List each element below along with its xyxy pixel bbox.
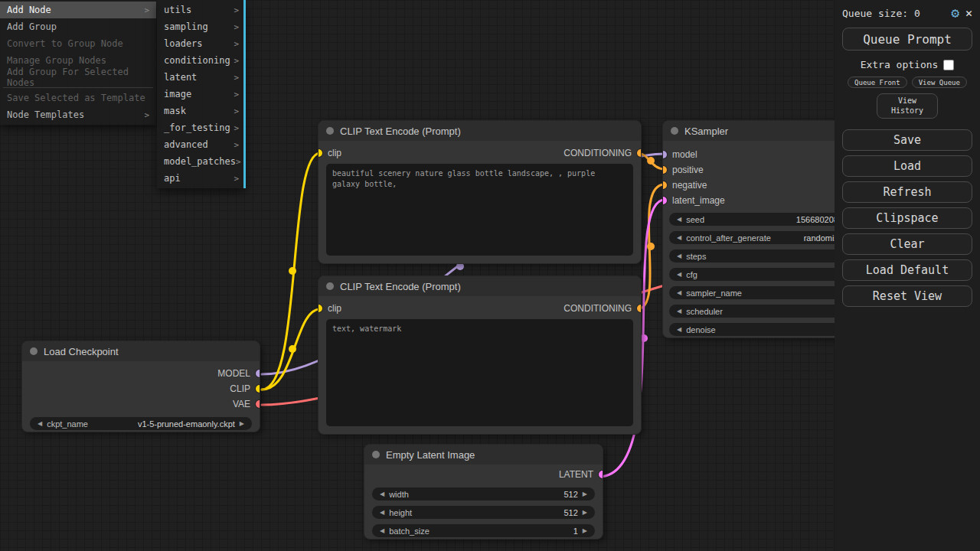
input-slot-positive[interactable]: positive [671,165,704,175]
refresh-button[interactable]: Refresh [842,181,972,203]
widget-sampler-name[interactable]: ◀ sampler_name [669,286,851,299]
node-canvas[interactable]: CLIP Text Encode (Prompt) clip CONDITION… [0,0,980,551]
node-empty-latent-image[interactable]: Empty Latent Image LATENT ◀ width 512 ▶ … [364,444,603,540]
output-slot-conditioning[interactable]: CONDITIONING [564,303,633,314]
decrement-arrow-icon[interactable]: ◀ [677,216,681,223]
clipspace-button[interactable]: Clipspace [842,207,972,229]
latent-slot-dot[interactable] [662,197,667,204]
clip-slot-dot[interactable] [256,385,260,393]
submenu-item-sampling[interactable]: sampling > [157,18,246,35]
menu-item-add-node[interactable]: Add Node > [0,2,156,18]
settings-gear-icon[interactable]: ⚙ [951,6,959,20]
submenu-item-for-testing[interactable]: _for_testing > [157,119,246,136]
widget-height[interactable]: ◀ height 512 ▶ [372,506,595,519]
widget-seed[interactable]: ◀ seed 1566802087 [669,213,851,226]
submenu-item-utils[interactable]: utils > [157,2,246,18]
model-slot-dot[interactable] [662,151,667,158]
conditioning-slot-dot[interactable] [637,149,642,157]
collapse-dot-icon[interactable] [30,347,38,355]
submenu-item-advanced[interactable]: advanced > [157,136,246,153]
prompt-textarea[interactable]: beautiful scenery nature glass bottle la… [326,164,633,256]
decrement-arrow-icon[interactable]: ◀ [677,253,681,259]
increment-arrow-icon[interactable]: ▶ [583,491,587,497]
queue-front-button[interactable]: Queue Front [848,77,907,88]
input-slot-latent-image[interactable]: latent_image [671,195,725,206]
output-slot-vae[interactable]: VAE [233,399,252,409]
collapse-dot-icon[interactable] [326,127,334,135]
menu-item-convert-to-group-node[interactable]: Convert to Group Node [0,35,156,52]
decrement-arrow-icon[interactable]: ◀ [380,527,384,534]
widget-control-after-generate[interactable]: ◀ control_after_generate randomize [669,231,851,244]
submenu-item-mask[interactable]: mask > [157,103,246,119]
node-title-bar[interactable]: CLIP Text Encode (Prompt) [318,276,641,296]
node-clip-text-encode-positive[interactable]: CLIP Text Encode (Prompt) clip CONDITION… [318,120,642,264]
submenu-item-model-patches[interactable]: model_patches > [157,153,246,170]
conditioning-slot-dot[interactable] [662,181,667,189]
node-title-bar[interactable]: CLIP Text Encode (Prompt) [318,121,641,141]
submenu-item-loaders[interactable]: loaders > [157,35,246,52]
widget-ckpt-name[interactable]: ◀ ckpt_name v1-5-pruned-emaonly.ckpt ▶ [30,417,252,430]
collapse-dot-icon[interactable] [326,282,334,290]
menu-item-node-templates[interactable]: Node Templates > [0,106,156,123]
vae-slot-dot[interactable] [256,400,260,408]
close-icon[interactable]: ✕ [965,8,972,19]
conditioning-slot-dot[interactable] [637,305,642,312]
node-title-bar[interactable]: Empty Latent Image [364,445,603,465]
submenu-item-api[interactable]: api > [157,170,246,187]
latent-slot-dot[interactable] [599,471,603,478]
submenu-item-conditioning[interactable]: conditioning > [157,52,246,69]
decrement-arrow-icon[interactable]: ◀ [38,420,42,427]
decrement-arrow-icon[interactable]: ◀ [677,326,681,333]
widget-batch-size[interactable]: ◀ batch_size 1 ▶ [372,524,595,537]
decrement-arrow-icon[interactable]: ◀ [677,308,681,315]
extra-options-checkbox[interactable] [943,60,954,70]
load-default-button[interactable]: Load Default [842,259,972,281]
widget-scheduler[interactable]: ◀ scheduler [669,305,851,318]
decrement-arrow-icon[interactable]: ◀ [677,234,681,241]
collapse-dot-icon[interactable] [372,451,380,458]
menu-item-save-selected-as-template[interactable]: Save Selected as Template [0,90,156,106]
node-title-bar[interactable]: KSampler [663,121,857,141]
input-slot-negative[interactable]: negative [671,180,707,191]
output-slot-latent[interactable]: LATENT [559,469,595,480]
load-button[interactable]: Load [842,155,972,177]
clip-slot-dot[interactable] [318,149,322,157]
increment-arrow-icon[interactable]: ▶ [240,420,244,427]
increment-arrow-icon[interactable]: ▶ [583,527,587,534]
decrement-arrow-icon[interactable]: ◀ [677,271,681,278]
menu-item-add-group[interactable]: Add Group [0,18,156,35]
submenu-item-latent[interactable]: latent > [157,69,246,86]
view-queue-button[interactable]: View Queue [912,77,967,88]
clear-button[interactable]: Clear [842,233,972,255]
collapse-dot-icon[interactable] [671,127,678,135]
output-slot-clip[interactable]: CLIP [230,383,252,394]
save-button[interactable]: Save [842,129,972,151]
node-ksampler[interactable]: KSampler model positive negative [662,120,858,338]
conditioning-slot-dot[interactable] [662,166,667,174]
input-slot-clip[interactable]: clip [326,148,341,158]
output-slot-model[interactable]: MODEL [217,368,252,379]
decrement-arrow-icon[interactable]: ◀ [380,491,384,497]
view-history-button[interactable]: View History [877,93,938,119]
submenu-item-image[interactable]: image > [157,86,246,103]
queue-prompt-button[interactable]: Queue Prompt [842,28,972,51]
node-clip-text-encode-negative[interactable]: CLIP Text Encode (Prompt) clip CONDITION… [318,276,642,435]
decrement-arrow-icon[interactable]: ◀ [380,509,384,516]
output-slot-conditioning[interactable]: CONDITIONING [564,148,633,158]
node-load-checkpoint[interactable]: Load Checkpoint MODEL CLIP VAE [21,341,260,432]
prompt-textarea[interactable]: text, watermark [326,319,633,426]
input-slot-model[interactable]: model [671,149,697,160]
increment-arrow-icon[interactable]: ▶ [583,509,587,516]
widget-cfg[interactable]: ◀ cfg [669,268,851,281]
model-slot-dot[interactable] [256,370,260,377]
clip-slot-dot[interactable] [318,305,322,312]
submenu-arrow-icon: > [144,5,149,15]
widget-width[interactable]: ◀ width 512 ▶ [372,487,595,500]
reset-view-button[interactable]: Reset View [842,285,972,307]
menu-item-add-group-for-selected[interactable]: Add Group For Selected Nodes [0,69,156,86]
input-slot-clip[interactable]: clip [326,303,341,314]
widget-steps[interactable]: ◀ steps [669,249,851,262]
decrement-arrow-icon[interactable]: ◀ [677,289,681,296]
node-title-bar[interactable]: Load Checkpoint [22,341,260,361]
widget-denoise[interactable]: ◀ denoise [669,323,851,336]
